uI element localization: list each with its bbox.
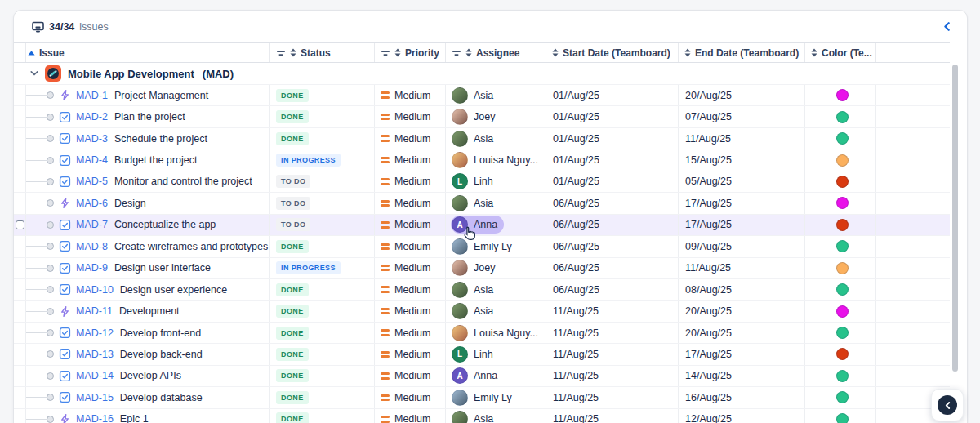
drag-handle-dot[interactable] bbox=[47, 199, 54, 207]
assignee-chip[interactable]: Louisa Nguy... bbox=[451, 151, 545, 169]
color-cell[interactable] bbox=[805, 387, 876, 407]
priority-cell[interactable]: Medium bbox=[375, 301, 446, 321]
color-cell[interactable] bbox=[805, 344, 876, 364]
issue-row-MAD-16[interactable]: MAD-16 Epic 1 DONE Medium Asia 11/Aug/25… bbox=[14, 409, 950, 423]
issue-cell[interactable]: MAD-3 Schedule the project bbox=[26, 128, 270, 149]
issue-key-link[interactable]: MAD-14 bbox=[76, 370, 114, 381]
status-cell[interactable]: DONE bbox=[270, 236, 375, 256]
issue-cell[interactable]: MAD-5 Monitor and control the project bbox=[26, 171, 270, 192]
start-date-cell[interactable]: 11/Aug/25 bbox=[546, 323, 679, 343]
end-date-cell[interactable]: 17/Aug/25 bbox=[679, 344, 805, 364]
color-dot[interactable] bbox=[836, 391, 849, 403]
status-badge[interactable]: DONE bbox=[276, 305, 309, 318]
issue-summary[interactable]: Develop front-end bbox=[120, 327, 201, 339]
assignee-chip[interactable]: L Linh bbox=[451, 345, 500, 363]
status-badge[interactable]: TO DO bbox=[276, 197, 310, 210]
status-badge[interactable]: IN PROGRESS bbox=[276, 154, 341, 167]
color-cell[interactable] bbox=[805, 171, 876, 192]
priority-cell[interactable]: Medium bbox=[375, 279, 446, 300]
issue-summary[interactable]: Design bbox=[114, 198, 146, 209]
drag-handle-dot[interactable] bbox=[47, 308, 54, 315]
assignee-cell[interactable]: Asia bbox=[446, 279, 546, 300]
issue-row-MAD-11[interactable]: MAD-11 Development DONE Medium Asia 11/A… bbox=[14, 301, 950, 322]
end-date-cell[interactable]: 11/Aug/25 bbox=[679, 258, 805, 278]
status-badge[interactable]: IN PROGRESS bbox=[276, 261, 341, 274]
status-cell[interactable]: DONE bbox=[270, 106, 375, 127]
status-badge[interactable]: DONE bbox=[276, 412, 309, 423]
color-cell[interactable] bbox=[805, 409, 876, 423]
column-header-issue[interactable]: Issue bbox=[26, 43, 270, 62]
issue-key-link[interactable]: MAD-5 bbox=[76, 176, 108, 187]
drag-handle-dot[interactable] bbox=[47, 114, 54, 121]
status-cell[interactable]: DONE bbox=[270, 366, 375, 386]
status-badge[interactable]: DONE bbox=[276, 89, 309, 102]
priority-cell[interactable]: Medium bbox=[375, 128, 446, 149]
status-badge[interactable]: TO DO bbox=[276, 175, 310, 188]
issue-summary[interactable]: Design user interface bbox=[114, 262, 211, 274]
color-dot[interactable] bbox=[836, 240, 849, 252]
issue-row-MAD-1[interactable]: MAD-1 Project Management DONE Medium Asi… bbox=[14, 85, 950, 106]
assignee-cell[interactable]: Asia bbox=[446, 85, 546, 105]
issue-key-link[interactable]: MAD-4 bbox=[76, 154, 108, 166]
issue-row-MAD-8[interactable]: MAD-8 Create wireframes and prototypes D… bbox=[14, 236, 950, 257]
end-date-cell[interactable]: 14/Aug/25 bbox=[679, 366, 805, 386]
issue-summary[interactable]: Schedule the project bbox=[114, 133, 207, 145]
issue-row-MAD-9[interactable]: MAD-9 Design user interface IN PROGRESS … bbox=[14, 258, 950, 279]
status-badge[interactable]: DONE bbox=[276, 348, 309, 361]
drag-handle-dot[interactable] bbox=[47, 350, 54, 358]
color-cell[interactable] bbox=[805, 128, 876, 149]
drag-handle-dot[interactable] bbox=[47, 416, 54, 423]
drag-handle-dot[interactable] bbox=[47, 91, 54, 99]
color-dot[interactable] bbox=[836, 348, 849, 360]
color-cell[interactable] bbox=[805, 193, 876, 213]
column-header-priority[interactable]: Priority bbox=[375, 43, 446, 62]
chevron-down-icon[interactable] bbox=[30, 70, 38, 77]
column-header-status[interactable]: Status bbox=[270, 43, 375, 62]
issue-key-link[interactable]: MAD-6 bbox=[76, 198, 108, 209]
issue-row-MAD-13[interactable]: MAD-13 Develop back-end DONE Medium L Li… bbox=[14, 344, 950, 365]
assignee-cell[interactable]: L Linh bbox=[446, 344, 546, 364]
drag-handle-dot[interactable] bbox=[47, 265, 54, 272]
assignee-chip[interactable]: L Linh bbox=[451, 172, 500, 190]
sort-icon[interactable] bbox=[466, 48, 472, 57]
status-cell[interactable]: DONE bbox=[270, 323, 375, 343]
color-cell[interactable] bbox=[805, 106, 876, 127]
start-date-cell[interactable]: 11/Aug/25 bbox=[546, 409, 679, 423]
drag-handle-dot[interactable] bbox=[47, 329, 54, 336]
issue-cell[interactable]: MAD-11 Development bbox=[26, 301, 270, 321]
assignee-cell[interactable]: Joey bbox=[446, 258, 546, 278]
priority-cell[interactable]: Medium bbox=[375, 409, 446, 423]
project-row[interactable]: Mobile App Development (MAD) bbox=[14, 63, 950, 85]
status-cell[interactable]: DONE bbox=[270, 409, 375, 423]
color-dot[interactable] bbox=[836, 370, 849, 382]
status-badge[interactable]: DONE bbox=[276, 110, 309, 123]
assignee-chip[interactable]: Joey bbox=[451, 259, 501, 277]
color-dot[interactable] bbox=[836, 262, 849, 274]
end-date-cell[interactable]: 05/Aug/25 bbox=[679, 171, 805, 192]
drag-handle-dot[interactable] bbox=[47, 157, 54, 164]
issue-cell[interactable]: MAD-10 Design user experience bbox=[26, 279, 270, 300]
status-cell[interactable]: TO DO bbox=[270, 215, 375, 235]
color-cell[interactable] bbox=[805, 279, 876, 300]
status-badge[interactable]: TO DO bbox=[276, 218, 310, 231]
issue-summary[interactable]: Develop APIs bbox=[120, 370, 181, 381]
issue-row-MAD-10[interactable]: MAD-10 Design user experience DONE Mediu… bbox=[14, 279, 950, 301]
status-badge[interactable]: DONE bbox=[276, 369, 309, 382]
color-dot[interactable] bbox=[836, 176, 849, 188]
end-date-cell[interactable]: 07/Aug/25 bbox=[679, 106, 805, 127]
issue-cell[interactable]: MAD-4 Budget the project bbox=[26, 149, 270, 170]
issue-cell[interactable]: MAD-16 Epic 1 bbox=[26, 409, 270, 423]
color-cell[interactable] bbox=[805, 85, 876, 105]
issue-summary[interactable]: Budget the project bbox=[114, 154, 197, 166]
sort-ascending-icon[interactable] bbox=[28, 51, 35, 56]
color-cell[interactable] bbox=[805, 301, 876, 321]
issue-row-MAD-15[interactable]: MAD-15 Develop database DONE Medium Emil… bbox=[14, 387, 950, 408]
status-cell[interactable]: DONE bbox=[270, 344, 375, 364]
column-header-color[interactable]: Color (Te... bbox=[805, 43, 876, 62]
assignee-cell[interactable]: A Anna bbox=[446, 366, 546, 386]
end-date-cell[interactable]: 20/Aug/25 bbox=[679, 323, 805, 343]
start-date-cell[interactable]: 01/Aug/25 bbox=[546, 171, 679, 192]
issue-row-MAD-14[interactable]: MAD-14 Develop APIs DONE Medium A Anna 1… bbox=[14, 366, 950, 387]
issue-cell[interactable]: MAD-13 Develop back-end bbox=[26, 344, 270, 364]
drag-handle-dot[interactable] bbox=[47, 135, 54, 142]
